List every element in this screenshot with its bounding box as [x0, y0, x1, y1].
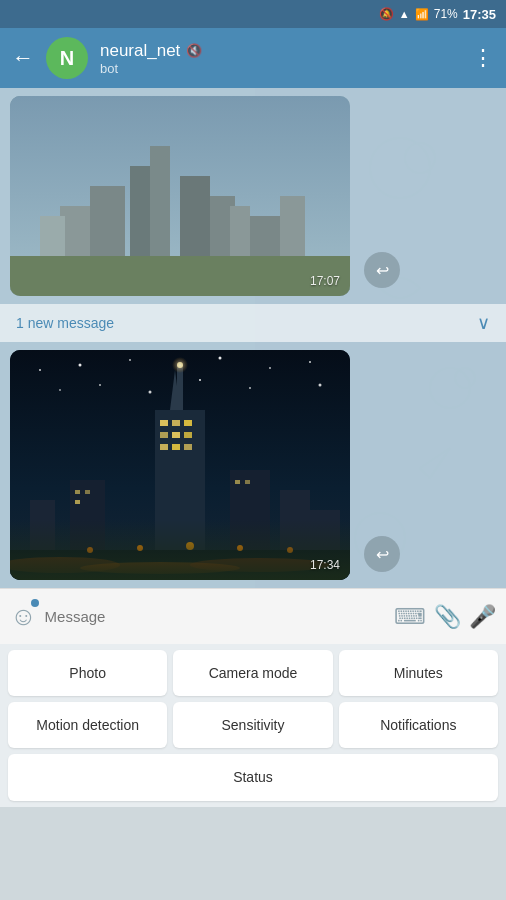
- back-button[interactable]: ←: [12, 45, 34, 71]
- message-list: 17:07 ↩: [0, 88, 506, 304]
- svg-rect-39: [160, 432, 168, 438]
- table-row: 17:34 ↩: [10, 350, 350, 580]
- svg-rect-42: [160, 444, 168, 450]
- svg-point-62: [237, 545, 243, 551]
- svg-rect-44: [184, 444, 192, 450]
- sensitivity-button[interactable]: Sensitivity: [173, 702, 332, 748]
- username-text: neural_net: [100, 41, 180, 61]
- status-icons: 🔕 ▲ 📶 71% 17:35: [379, 7, 496, 22]
- new-message-divider[interactable]: 1 new message ∨: [0, 304, 506, 342]
- forward-button-1[interactable]: ↩: [364, 252, 400, 288]
- svg-rect-37: [172, 420, 180, 426]
- svg-rect-51: [85, 490, 90, 494]
- header-info: neural_net 🔇 bot: [100, 41, 460, 76]
- svg-rect-50: [75, 490, 80, 494]
- chat-header: ← N neural_net 🔇 bot ⋮: [0, 28, 506, 88]
- svg-point-18: [39, 369, 41, 371]
- avatar: N: [46, 37, 88, 79]
- svg-point-19: [79, 364, 82, 367]
- bot-buttons-row1: Photo Camera mode Minutes: [0, 644, 506, 702]
- svg-rect-38: [184, 420, 192, 426]
- message-wrapper-2: 17:34 ↩: [0, 342, 506, 588]
- svg-point-22: [219, 357, 222, 360]
- svg-point-29: [249, 387, 251, 389]
- svg-point-20: [129, 359, 131, 361]
- svg-rect-48: [280, 490, 310, 580]
- svg-rect-41: [184, 432, 192, 438]
- svg-point-63: [287, 547, 293, 553]
- svg-point-57: [80, 562, 240, 574]
- emoji-button-wrapper[interactable]: ☺: [10, 601, 37, 632]
- svg-point-56: [10, 557, 120, 573]
- svg-rect-31: [155, 410, 205, 550]
- forward-button-2[interactable]: ↩: [364, 536, 400, 572]
- chevron-down-icon[interactable]: ∨: [477, 312, 490, 334]
- day-image: [10, 96, 350, 296]
- message-input[interactable]: [45, 608, 386, 625]
- mute-icon: 🔇: [186, 43, 202, 58]
- chat-subtext: bot: [100, 61, 460, 76]
- time-display: 17:35: [463, 7, 496, 22]
- svg-point-23: [269, 367, 271, 369]
- camera-mode-button[interactable]: Camera mode: [173, 650, 332, 696]
- svg-point-25: [59, 389, 61, 391]
- message-image-1: [10, 96, 350, 296]
- notifications-button[interactable]: Notifications: [339, 702, 498, 748]
- new-message-text: 1 new message: [16, 315, 114, 331]
- motion-detection-button[interactable]: Motion detection: [8, 702, 167, 748]
- minutes-button[interactable]: Minutes: [339, 650, 498, 696]
- battery-text: 71%: [434, 7, 458, 21]
- svg-point-24: [309, 361, 311, 363]
- svg-rect-45: [70, 480, 105, 580]
- svg-point-30: [319, 384, 322, 387]
- svg-rect-46: [230, 470, 270, 580]
- svg-rect-54: [245, 480, 250, 484]
- svg-point-59: [87, 547, 93, 553]
- signal-icon: 📶: [415, 8, 429, 21]
- bluetooth-off-icon: 🔕: [379, 7, 394, 21]
- notification-dot: [31, 599, 39, 607]
- bot-buttons-row3: Status: [0, 754, 506, 806]
- svg-rect-43: [172, 444, 180, 450]
- keyboard-icon[interactable]: ⌨: [394, 604, 426, 630]
- chat-name: neural_net 🔇: [100, 41, 460, 61]
- night-image: [10, 350, 350, 580]
- svg-rect-52: [75, 500, 80, 504]
- message-image-2: [10, 350, 350, 580]
- message-timestamp-1: 17:07: [310, 274, 340, 288]
- svg-rect-47: [30, 500, 55, 580]
- svg-rect-16: [10, 256, 350, 296]
- table-row: 17:07 ↩: [10, 96, 350, 296]
- status-button[interactable]: Status: [8, 754, 498, 800]
- svg-rect-36: [160, 420, 168, 426]
- photo-button[interactable]: Photo: [8, 650, 167, 696]
- wifi-icon: ▲: [399, 8, 410, 20]
- more-options-button[interactable]: ⋮: [472, 45, 494, 71]
- svg-point-60: [137, 545, 143, 551]
- svg-point-61: [186, 542, 194, 550]
- svg-point-27: [149, 391, 152, 394]
- chat-area: 17:07 ↩ 1 new message ∨: [0, 88, 506, 588]
- svg-rect-40: [172, 432, 180, 438]
- svg-rect-55: [10, 550, 350, 580]
- mic-icon[interactable]: 🎤: [469, 604, 496, 630]
- svg-rect-53: [235, 480, 240, 484]
- attach-icon[interactable]: 📎: [434, 604, 461, 630]
- svg-point-35: [172, 357, 188, 373]
- status-bar: 🔕 ▲ 📶 71% 17:35: [0, 0, 506, 28]
- message-input-bar: ☺ ⌨ 📎 🎤: [0, 588, 506, 644]
- message-timestamp-2: 17:34: [310, 558, 340, 572]
- svg-point-26: [99, 384, 101, 386]
- svg-point-28: [199, 379, 201, 381]
- bot-buttons-row2: Motion detection Sensitivity Notificatio…: [0, 702, 506, 754]
